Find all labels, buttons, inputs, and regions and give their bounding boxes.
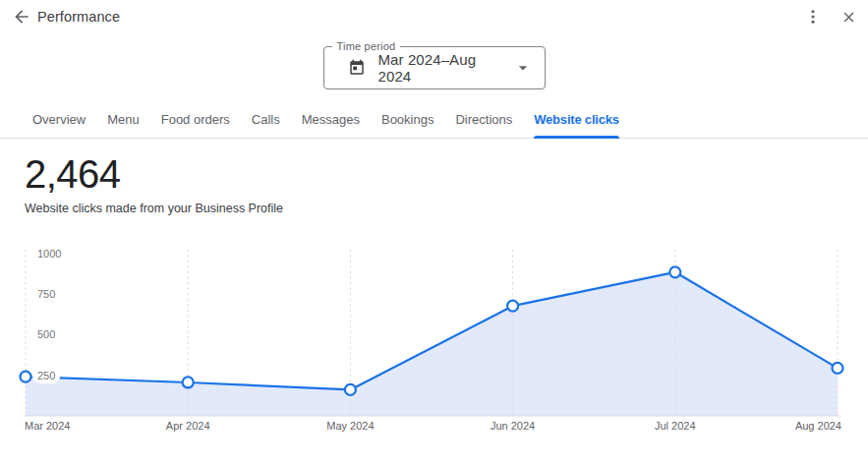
time-period-row: Time period Mar 2024–Aug 2024 xyxy=(0,46,868,89)
tab-food-orders[interactable]: Food orders xyxy=(150,104,241,138)
calendar-icon xyxy=(348,59,366,77)
tab-website-clicks[interactable]: Website clicks xyxy=(523,104,630,138)
tab-messages[interactable]: Messages xyxy=(291,104,371,138)
x-tick-label: Jun 2024 xyxy=(491,420,535,432)
time-period-value: Mar 2024–Aug 2024 xyxy=(378,51,513,85)
arrow-left-icon xyxy=(12,7,31,27)
metric-value: 2,464 xyxy=(25,152,868,196)
close-icon xyxy=(840,9,857,26)
tab-bar: OverviewMenuFood ordersCallsMessagesBook… xyxy=(0,104,868,139)
tab-directions[interactable]: Directions xyxy=(444,104,523,138)
data-point-jul-2024[interactable] xyxy=(669,266,680,277)
x-tick-label: Jul 2024 xyxy=(655,420,696,432)
data-point-jun-2024[interactable] xyxy=(507,301,518,312)
y-tick-label: 250 xyxy=(37,370,55,381)
y-tick-label: 1000 xyxy=(37,248,61,260)
metric-block: 2,464 Website clicks made from your Busi… xyxy=(0,152,868,216)
x-tick-label: May 2024 xyxy=(326,420,374,432)
close-button[interactable] xyxy=(837,5,860,29)
y-tick-label: 500 xyxy=(37,328,55,340)
top-bar: Performance xyxy=(0,0,868,33)
overflow-menu-button[interactable] xyxy=(801,5,825,29)
tab-overview[interactable]: Overview xyxy=(22,104,96,138)
data-point-apr-2024[interactable] xyxy=(183,377,194,387)
tab-bookings[interactable]: Bookings xyxy=(371,104,444,138)
x-tick-label: Aug 2024 xyxy=(795,420,841,432)
page-title: Performance xyxy=(37,9,120,25)
time-period-label: Time period xyxy=(332,40,401,52)
chart-canvas[interactable]: 2505007501000Mar 2024Apr 2024May 2024Jun… xyxy=(0,242,868,443)
tab-menu[interactable]: Menu xyxy=(96,104,150,138)
chart-area-fill xyxy=(26,272,838,416)
data-point-aug-2024[interactable] xyxy=(833,363,843,374)
caret-down-icon xyxy=(513,58,533,78)
time-period-select[interactable]: Time period Mar 2024–Aug 2024 xyxy=(323,46,546,89)
x-tick-label: Apr 2024 xyxy=(166,420,210,432)
data-point-may-2024[interactable] xyxy=(345,384,356,395)
kebab-menu-icon xyxy=(804,8,822,26)
data-point-mar-2024[interactable] xyxy=(21,372,31,382)
x-tick-label: Mar 2024 xyxy=(25,420,70,432)
back-button[interactable] xyxy=(10,5,33,29)
y-tick-label: 750 xyxy=(37,288,55,300)
website-clicks-chart[interactable]: 2505007501000Mar 2024Apr 2024May 2024Jun… xyxy=(0,242,868,443)
metric-caption: Website clicks made from your Business P… xyxy=(25,202,868,216)
tab-calls[interactable]: Calls xyxy=(241,104,291,138)
